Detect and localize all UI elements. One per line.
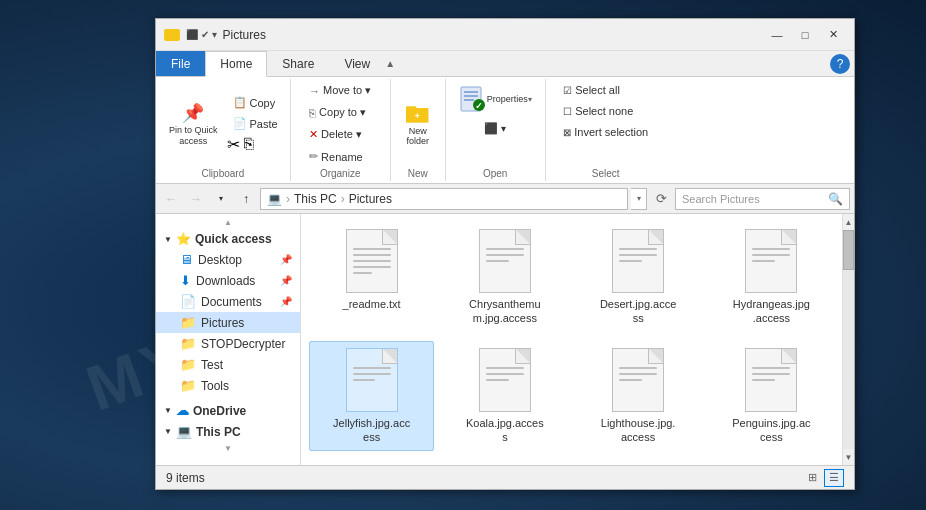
maximize-button[interactable]: □ bbox=[792, 24, 818, 46]
breadcrumb-icon: 💻 bbox=[267, 192, 282, 206]
open-label: Open bbox=[483, 168, 507, 179]
view-buttons: ⊞ ☰ bbox=[802, 469, 844, 487]
sidebar-scroll-down[interactable]: ▼ bbox=[156, 444, 300, 453]
copy-small-icon[interactable]: ⎘ bbox=[244, 135, 254, 154]
close-button[interactable]: ✕ bbox=[820, 24, 846, 46]
scroll-down-arrow[interactable]: ▼ bbox=[843, 449, 854, 465]
sidebar-item-pictures[interactable]: 📁 Pictures bbox=[156, 312, 300, 333]
cut-paste-row: ✂ ⎘ bbox=[227, 135, 284, 154]
file-icon-jellyfish bbox=[346, 348, 398, 412]
delete-icon: ✕ bbox=[309, 128, 318, 141]
properties-button[interactable]: ✓ Properties ▾ bbox=[452, 81, 539, 117]
back-button[interactable]: ← bbox=[160, 188, 182, 210]
forward-button[interactable]: → bbox=[185, 188, 207, 210]
cut-icon[interactable]: ✂ bbox=[227, 135, 240, 154]
sidebar-item-thispc[interactable]: ▼ 💻 This PC bbox=[156, 421, 300, 442]
line2 bbox=[353, 373, 391, 375]
move-to-label: Move to ▾ bbox=[323, 84, 371, 97]
help-button[interactable]: ? bbox=[830, 54, 850, 74]
main-area: ▲ ▼ ⭐ Quick access 🖥 Desktop 📌 ⬇ Downloa… bbox=[156, 214, 854, 465]
desktop-pin-icon: 📌 bbox=[280, 254, 292, 265]
pin-to-quick-access-button[interactable]: 📌 Pin to Quickaccess bbox=[162, 97, 225, 151]
search-box[interactable]: Search Pictures 🔍 bbox=[675, 188, 850, 210]
file-area-wrapper: _readme.txt Chrysanthemum.jpg.access bbox=[301, 214, 854, 465]
downloads-pin-icon: 📌 bbox=[280, 275, 292, 286]
file-item-lighthouse[interactable]: Lighthouse.jpg.access bbox=[576, 341, 701, 452]
sidebar-item-test[interactable]: 📁 Test bbox=[156, 354, 300, 375]
file-explorer-window: ⬛ ✔ ▾ Pictures — □ ✕ File Home Share Vie… bbox=[155, 18, 855, 490]
rename-icon: ✏ bbox=[309, 150, 318, 163]
sidebar-item-documents[interactable]: 📄 Documents 📌 bbox=[156, 291, 300, 312]
sidebar-item-onedrive[interactable]: ▼ ☁ OneDrive bbox=[156, 400, 300, 421]
up-button[interactable]: ↑ bbox=[235, 188, 257, 210]
address-path[interactable]: 💻 › This PC › Pictures bbox=[260, 188, 628, 210]
new-label: New bbox=[408, 168, 428, 179]
new-folder-button[interactable]: + Newfolder bbox=[398, 98, 438, 150]
sidebar: ▲ ▼ ⭐ Quick access 🖥 Desktop 📌 ⬇ Downloa… bbox=[156, 214, 301, 465]
line3 bbox=[353, 260, 391, 262]
file-item-jellyfish[interactable]: Jellyfish.jpg.access bbox=[309, 341, 434, 452]
grid-view-button[interactable]: ⊞ bbox=[802, 469, 822, 487]
delete-button[interactable]: ✕ Delete ▾ bbox=[303, 125, 368, 144]
line2 bbox=[353, 254, 391, 256]
file-item-koala[interactable]: Koala.jpg.access bbox=[442, 341, 567, 452]
file-lines-penguins bbox=[752, 367, 790, 381]
file-name-chrysanthemum: Chrysanthemum.jpg.access bbox=[465, 297, 545, 326]
path-sep-1: › bbox=[286, 192, 290, 206]
paste-button[interactable]: 📄 Paste bbox=[227, 114, 284, 133]
invert-selection-button[interactable]: ⊠ Invert selection bbox=[557, 123, 654, 141]
file-item-chrysanthemum[interactable]: Chrysanthemum.jpg.access bbox=[442, 222, 567, 333]
file-item-penguins[interactable]: Penguins.jpg.access bbox=[709, 341, 834, 452]
tools-label: Tools bbox=[201, 379, 229, 393]
rename-label: Rename bbox=[321, 151, 363, 163]
scroll-track[interactable] bbox=[843, 230, 854, 449]
select-label: Select bbox=[592, 168, 620, 179]
sidebar-section-quick-access[interactable]: ▼ ⭐ Quick access bbox=[156, 229, 300, 249]
quick-access-label: Quick access bbox=[195, 232, 272, 246]
line1 bbox=[486, 367, 524, 369]
file-item-desert[interactable]: Desert.jpg.access bbox=[576, 222, 701, 333]
pin-icon: 📌 bbox=[181, 101, 205, 125]
ribbon-group-select: ☑ Select all ☐ Select none ⊠ Invert sele… bbox=[546, 79, 666, 181]
file-grid: _readme.txt Chrysanthemum.jpg.access bbox=[309, 222, 834, 451]
copy-label: Copy bbox=[250, 97, 276, 109]
copy-to-button[interactable]: ⎘ Copy to ▾ bbox=[303, 103, 372, 122]
file-lines-lighthouse bbox=[619, 367, 657, 381]
sidebar-scroll-up[interactable]: ▲ bbox=[156, 218, 300, 227]
sidebar-item-desktop[interactable]: 🖥 Desktop 📌 bbox=[156, 249, 300, 270]
select-none-button[interactable]: ☐ Select none bbox=[557, 102, 639, 120]
refresh-button[interactable]: ⟳ bbox=[650, 188, 672, 210]
line1 bbox=[486, 248, 524, 250]
tab-file[interactable]: File bbox=[156, 51, 205, 76]
rename-button[interactable]: ✏ Rename bbox=[303, 147, 369, 166]
tab-view[interactable]: View bbox=[329, 51, 385, 76]
path-pictures[interactable]: Pictures bbox=[349, 192, 392, 206]
ribbon-group-clipboard: 📌 Pin to Quickaccess 📋 Copy 📄 Paste ✂ ⎘ bbox=[156, 79, 291, 181]
file-area-scrollbar[interactable]: ▲ ▼ bbox=[842, 214, 854, 465]
address-dropdown-button[interactable]: ▾ bbox=[631, 188, 647, 210]
tab-home[interactable]: Home bbox=[205, 51, 267, 77]
ribbon-collapse-icon[interactable]: ▲ bbox=[385, 58, 395, 69]
scroll-up-arrow[interactable]: ▲ bbox=[843, 214, 854, 230]
move-to-button[interactable]: → Move to ▾ bbox=[303, 81, 377, 100]
sidebar-item-tools[interactable]: 📁 Tools bbox=[156, 375, 300, 396]
file-name-jellyfish: Jellyfish.jpg.access bbox=[332, 416, 412, 445]
file-item-readme[interactable]: _readme.txt bbox=[309, 222, 434, 333]
sidebar-item-stopdecrypter[interactable]: 📁 STOPDecrypter bbox=[156, 333, 300, 354]
scroll-thumb[interactable] bbox=[843, 230, 854, 270]
clipboard-small-btns: 📋 Copy 📄 Paste ✂ ⎘ bbox=[227, 93, 284, 154]
detail-view-button[interactable]: ☰ bbox=[824, 469, 844, 487]
open-more-button[interactable]: ⬛ ▾ bbox=[478, 119, 512, 138]
new-buttons: + Newfolder bbox=[398, 81, 438, 166]
path-thispc[interactable]: This PC bbox=[294, 192, 337, 206]
file-item-hydrangeas[interactable]: Hydrangeas.jpg.access bbox=[709, 222, 834, 333]
search-placeholder: Search Pictures bbox=[682, 193, 760, 205]
file-lines-desert bbox=[619, 248, 657, 262]
select-all-button[interactable]: ☑ Select all bbox=[557, 81, 626, 99]
invert-selection-label: Invert selection bbox=[574, 126, 648, 138]
tab-share[interactable]: Share bbox=[267, 51, 329, 76]
minimize-button[interactable]: — bbox=[764, 24, 790, 46]
sidebar-item-downloads[interactable]: ⬇ Downloads 📌 bbox=[156, 270, 300, 291]
recent-locations-button[interactable]: ▾ bbox=[210, 188, 232, 210]
copy-button[interactable]: 📋 Copy bbox=[227, 93, 284, 112]
